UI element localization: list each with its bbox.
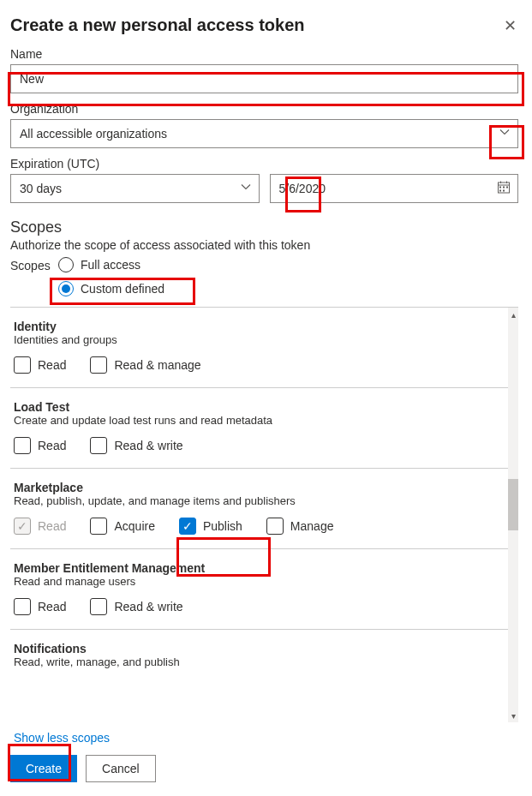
marketplace-acquire-checkbox[interactable]: Acquire [90, 518, 154, 535]
mem-readwrite-label: Read & write [114, 600, 182, 613]
close-button[interactable]: ✕ [501, 17, 518, 34]
mem-read-label: Read [38, 600, 66, 613]
checkbox-icon [90, 356, 107, 374]
svg-rect-4 [499, 187, 501, 189]
calendar-icon [497, 181, 511, 197]
name-input[interactable]: New [10, 64, 518, 93]
scrollbar[interactable]: ▴ ▾ [508, 308, 518, 722]
scope-mem: Member Entitlement Management Read and m… [10, 549, 510, 630]
checkbox-icon [90, 437, 107, 454]
organization-select[interactable]: All accessible organizations [10, 119, 518, 148]
create-button[interactable]: Create [10, 755, 77, 782]
scope-full-radio[interactable]: Full access [58, 257, 164, 272]
mem-readwrite-checkbox[interactable]: Read & write [90, 598, 182, 615]
name-label: Name [10, 47, 518, 61]
scope-loadtest: Load Test Create and update load test ru… [10, 388, 510, 469]
chevron-down-icon [240, 182, 252, 196]
svg-rect-5 [503, 187, 505, 189]
scope-marketplace-desc: Read, publish, update, and manage items … [14, 494, 506, 507]
marketplace-publish-label: Publish [203, 519, 242, 533]
scope-loadtest-title: Load Test [14, 400, 506, 414]
cancel-button[interactable]: Cancel [86, 755, 156, 782]
scroll-up-icon: ▴ [508, 308, 518, 321]
identity-readmanage-checkbox[interactable]: Read & manage [90, 356, 200, 374]
name-value: New [20, 72, 44, 86]
scope-custom-radio[interactable]: Custom defined [58, 281, 164, 296]
scope-list: Identity Identities and groups Read Read… [10, 307, 518, 722]
loadtest-readwrite-checkbox[interactable]: Read & write [90, 437, 182, 454]
checkbox-icon [14, 356, 31, 374]
expiration-duration-select[interactable]: 30 days [10, 174, 260, 203]
scopes-radio-label: Scopes [10, 257, 58, 272]
scroll-down-icon: ▾ [508, 709, 518, 722]
checkbox-icon [14, 437, 31, 454]
scopes-desc: Authorize the scope of access associated… [10, 238, 518, 252]
scope-mem-title: Member Entitlement Management [14, 561, 506, 575]
scope-full-label: Full access [81, 258, 140, 272]
scope-identity-desc: Identities and groups [14, 333, 506, 346]
organization-label: Organization [10, 102, 518, 116]
marketplace-read-label: Read [38, 519, 66, 533]
checkbox-icon: ✓ [14, 518, 31, 535]
organization-value: All accessible organizations [20, 127, 167, 141]
page-title: Create a new personal access token [10, 15, 305, 35]
marketplace-manage-label: Manage [290, 519, 334, 533]
scope-marketplace-title: Marketplace [14, 481, 506, 494]
expiration-date-value: 5/6/2020 [279, 182, 326, 195]
svg-rect-7 [499, 190, 501, 192]
scope-identity: Identity Identities and groups Read Read… [10, 308, 510, 388]
radio-icon [58, 257, 74, 272]
close-icon: ✕ [504, 16, 517, 35]
scope-notifications-title: Notifications [14, 642, 506, 655]
expiration-label: Expiration (UTC) [10, 157, 518, 171]
svg-rect-8 [503, 190, 505, 192]
loadtest-readwrite-label: Read & write [114, 439, 182, 452]
loadtest-read-checkbox[interactable]: Read [14, 437, 66, 454]
checkbox-icon [266, 518, 284, 535]
expiration-duration-value: 30 days [20, 182, 62, 195]
scopes-heading: Scopes [10, 218, 518, 236]
chevron-down-icon [499, 127, 511, 141]
scope-custom-label: Custom defined [81, 282, 164, 296]
expiration-date-input[interactable]: 5/6/2020 [270, 174, 519, 203]
marketplace-manage-checkbox[interactable]: Manage [266, 518, 334, 535]
radio-icon [58, 281, 74, 296]
marketplace-read-checkbox: ✓ Read [14, 518, 66, 535]
checkbox-icon [90, 518, 107, 535]
scope-notifications: Notifications Read, write, manage, and p… [10, 630, 510, 673]
scope-loadtest-desc: Create and update load test runs and rea… [14, 414, 506, 427]
scope-marketplace: Marketplace Read, publish, update, and m… [10, 469, 510, 549]
mem-read-checkbox[interactable]: Read [14, 598, 66, 615]
marketplace-acquire-label: Acquire [114, 519, 154, 533]
show-less-scopes-link[interactable]: Show less scopes [14, 731, 518, 745]
checkbox-icon: ✓ [179, 518, 196, 535]
identity-readmanage-label: Read & manage [114, 358, 200, 372]
loadtest-read-label: Read [38, 439, 66, 452]
scrollbar-thumb[interactable] [508, 479, 518, 530]
marketplace-publish-checkbox[interactable]: ✓ Publish [179, 518, 242, 535]
identity-read-checkbox[interactable]: Read [14, 356, 66, 374]
identity-read-label: Read [38, 358, 66, 372]
checkbox-icon [90, 598, 107, 615]
scope-notifications-desc: Read, write, manage, and publish [14, 655, 506, 668]
scope-mem-desc: Read and manage users [14, 575, 506, 588]
svg-rect-6 [506, 187, 508, 189]
scope-identity-title: Identity [14, 320, 506, 333]
checkbox-icon [14, 598, 31, 615]
